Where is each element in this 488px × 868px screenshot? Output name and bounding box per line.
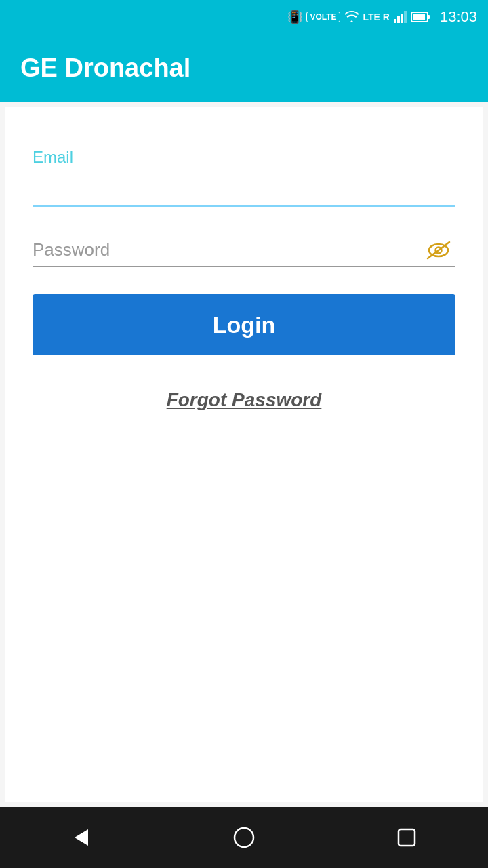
login-card: Email Login Forgot Password bbox=[5, 107, 483, 802]
volte-badge: VOLTE bbox=[306, 12, 340, 22]
app-bar: GE Dronachal bbox=[0, 34, 488, 102]
status-icons: 📳 VOLTE LTE R 13:03 bbox=[287, 8, 477, 26]
signal-icon bbox=[394, 11, 407, 23]
svg-marker-10 bbox=[75, 829, 88, 846]
nav-bar bbox=[0, 807, 488, 868]
home-button[interactable] bbox=[224, 817, 264, 858]
wifi-icon bbox=[344, 11, 359, 23]
password-field-group bbox=[33, 234, 455, 267]
forgot-password-link[interactable]: Forgot Password bbox=[33, 389, 455, 411]
main-content: Email Login Forgot Password bbox=[0, 102, 488, 807]
status-time: 13:03 bbox=[440, 8, 477, 26]
login-button[interactable]: Login bbox=[33, 294, 455, 355]
app-title: GE Dronachal bbox=[20, 54, 190, 83]
svg-point-11 bbox=[235, 828, 253, 847]
eye-toggle-icon[interactable] bbox=[422, 237, 455, 264]
lte-label: LTE R bbox=[363, 12, 390, 22]
svg-rect-2 bbox=[401, 14, 403, 23]
svg-rect-1 bbox=[397, 16, 400, 23]
recents-button[interactable] bbox=[386, 817, 427, 858]
svg-rect-0 bbox=[394, 19, 396, 23]
password-input[interactable] bbox=[33, 234, 422, 266]
email-input[interactable] bbox=[33, 174, 455, 207]
email-label: Email bbox=[33, 148, 455, 167]
back-button[interactable] bbox=[61, 817, 102, 858]
vibrate-icon: 📳 bbox=[287, 9, 302, 24]
battery-icon bbox=[411, 11, 430, 23]
svg-rect-12 bbox=[399, 829, 415, 846]
email-field-group: Email bbox=[33, 148, 455, 207]
svg-rect-3 bbox=[404, 11, 407, 23]
password-input-wrapper bbox=[33, 234, 455, 267]
svg-rect-6 bbox=[413, 14, 425, 20]
status-bar: 📳 VOLTE LTE R 13:03 bbox=[0, 0, 488, 34]
svg-rect-5 bbox=[428, 15, 430, 19]
